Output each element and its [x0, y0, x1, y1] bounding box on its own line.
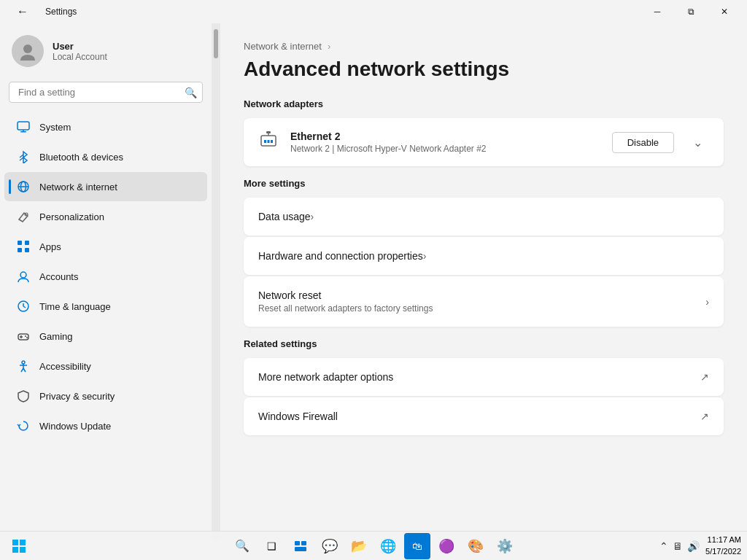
- network-reset-row[interactable]: Network reset Reset all network adapters…: [244, 276, 724, 327]
- breadcrumb: Network & internet ›: [244, 41, 724, 52]
- sidebar-item-time[interactable]: Time & language: [4, 292, 207, 321]
- sidebar-item-personalization[interactable]: Personalization: [4, 202, 207, 231]
- sidebar-item-label-personalization: Personalization: [39, 211, 104, 222]
- tray-network[interactable]: 🖥: [673, 540, 683, 552]
- svg-rect-41: [295, 541, 300, 545]
- user-name: User: [53, 41, 107, 52]
- svg-rect-16: [25, 248, 29, 252]
- tray-chevron[interactable]: ⌃: [659, 540, 668, 552]
- svg-rect-3: [20, 131, 26, 133]
- expand-button[interactable]: ⌄: [686, 131, 709, 154]
- svg-point-0: [23, 44, 32, 53]
- sidebar-item-label-gaming: Gaming: [39, 331, 73, 342]
- svg-line-29: [21, 368, 23, 372]
- maximize-button[interactable]: ⧉: [674, 0, 708, 23]
- sidebar-item-label-bluetooth: Bluetooth & devices: [39, 152, 123, 163]
- more-settings-title: More settings: [244, 178, 724, 189]
- minimize-button[interactable]: ─: [640, 0, 674, 23]
- sidebar-item-accounts[interactable]: Accounts: [4, 262, 207, 291]
- svg-rect-13: [18, 241, 22, 245]
- sidebar-item-bluetooth[interactable]: Bluetooth & devices: [4, 142, 207, 171]
- sidebar-item-system[interactable]: System: [4, 112, 207, 141]
- network-reset-chevron: ›: [705, 296, 709, 308]
- page-title: Advanced network settings: [244, 58, 724, 81]
- sidebar-item-gaming[interactable]: Gaming: [4, 322, 207, 351]
- adapter-info: Ethernet 2 Network 2 | Microsoft Hyper-V…: [290, 131, 600, 154]
- svg-marker-6: [23, 158, 27, 163]
- apps-icon: [16, 239, 31, 254]
- taskbar-search[interactable]: 🔍: [229, 533, 255, 559]
- scroll-thumb: [214, 29, 218, 58]
- tray-volume[interactable]: 🔊: [687, 540, 700, 552]
- svg-rect-36: [266, 131, 271, 133]
- search-input[interactable]: [9, 82, 203, 103]
- content-area: User Local Account 🔍 System Bluetooth & …: [0, 23, 747, 554]
- svg-rect-40: [20, 547, 26, 553]
- svg-rect-2: [18, 122, 29, 130]
- sidebar-item-network[interactable]: Network & internet: [4, 172, 207, 201]
- sidebar-item-accessibility[interactable]: Accessibility: [4, 351, 207, 381]
- taskbar-app-chat[interactable]: 💬: [317, 533, 343, 559]
- sidebar-item-label-apps: Apps: [39, 241, 61, 252]
- more-settings-section: More settings Data usage › Hardware and …: [244, 178, 724, 327]
- sidebar-item-label-accessibility: Accessibility: [39, 361, 91, 372]
- hardware-props-chevron: ›: [423, 250, 427, 262]
- windows-firewall-row[interactable]: Windows Firewall ↗: [244, 397, 724, 435]
- system-tray: ⌃ 🖥 🔊: [659, 540, 700, 552]
- adapter-card: Ethernet 2 Network 2 | Microsoft Hyper-V…: [244, 118, 724, 166]
- sidebar-item-label-privacy: Privacy & security: [39, 391, 115, 402]
- user-profile[interactable]: User Local Account: [0, 23, 212, 82]
- taskbar-app-settings[interactable]: ⚙️: [492, 533, 518, 559]
- taskbar-app-explorer[interactable]: 📂: [346, 533, 372, 559]
- network-icon: [16, 179, 31, 194]
- avatar: [12, 35, 44, 67]
- svg-rect-43: [301, 541, 306, 545]
- accessibility-icon: [16, 359, 31, 373]
- privacy-icon: [16, 389, 31, 403]
- nav-container: System Bluetooth & devices Network & int…: [0, 112, 212, 441]
- time: 11:17 AM: [705, 534, 741, 545]
- svg-point-25: [26, 337, 28, 338]
- svg-rect-42: [295, 547, 306, 551]
- svg-rect-37: [12, 540, 18, 545]
- more-adapter-options-row[interactable]: More network adapter options ↗: [244, 358, 724, 396]
- taskbar-app-paint[interactable]: 🎨: [462, 533, 489, 559]
- sidebar-item-privacy[interactable]: Privacy & security: [4, 381, 207, 411]
- time-date[interactable]: 11:17 AM 5/17/2022: [705, 534, 741, 557]
- sidebar-item-apps[interactable]: Apps: [4, 232, 207, 261]
- back-button[interactable]: ←: [6, 0, 39, 23]
- user-account: Local Account: [53, 52, 107, 62]
- bluetooth-icon: [16, 149, 31, 164]
- svg-rect-32: [264, 140, 266, 143]
- svg-point-24: [25, 335, 26, 337]
- update-icon: [16, 419, 31, 433]
- sidebar-item-update[interactable]: Windows Update: [4, 411, 207, 440]
- adapter-name: Ethernet 2: [290, 131, 600, 142]
- close-button[interactable]: ✕: [708, 0, 741, 23]
- taskbar-app-files[interactable]: [287, 533, 314, 559]
- hardware-props-row[interactable]: Hardware and connection properties ›: [244, 237, 724, 275]
- network-reset-sublabel: Reset all network adapters to factory se…: [258, 303, 705, 314]
- titlebar: ← Settings ─ ⧉ ✕: [0, 0, 747, 23]
- adapter-row: Ethernet 2 Network 2 | Microsoft Hyper-V…: [244, 118, 724, 166]
- data-usage-text: Data usage: [258, 211, 311, 222]
- sidebar-item-label-time: Time & language: [39, 301, 111, 312]
- hardware-props-label: Hardware and connection properties: [258, 250, 423, 262]
- taskbar: 🔍 ❑ 💬 📂 🌐 🛍 🟣 🎨 ⚙️ ⌃ 🖥 🔊 11:17 AM 5/17/2…: [0, 531, 747, 560]
- breadcrumb-separator: ›: [328, 41, 330, 52]
- breadcrumb-parent[interactable]: Network & internet: [244, 41, 322, 52]
- disable-button[interactable]: Disable: [612, 132, 674, 153]
- titlebar-controls: ─ ⧉ ✕: [640, 0, 741, 23]
- taskbar-center: 🔍 ❑ 💬 📂 🌐 🛍 🟣 🎨 ⚙️: [229, 533, 518, 559]
- taskbar-taskview[interactable]: ❑: [258, 533, 285, 559]
- start-button[interactable]: [6, 533, 32, 559]
- taskbar-app-edge[interactable]: 🌐: [375, 533, 401, 559]
- hardware-props-info: Hardware and connection properties: [258, 250, 423, 262]
- data-usage-row[interactable]: Data usage ›: [244, 198, 724, 236]
- sidebar: User Local Account 🔍 System Bluetooth & …: [0, 23, 212, 554]
- taskbar-app-store[interactable]: 🛍: [404, 533, 430, 559]
- svg-rect-39: [12, 547, 18, 553]
- taskbar-app-vs[interactable]: 🟣: [433, 533, 460, 559]
- app-window: User Local Account 🔍 System Bluetooth & …: [0, 23, 747, 554]
- search-box: 🔍: [9, 82, 203, 103]
